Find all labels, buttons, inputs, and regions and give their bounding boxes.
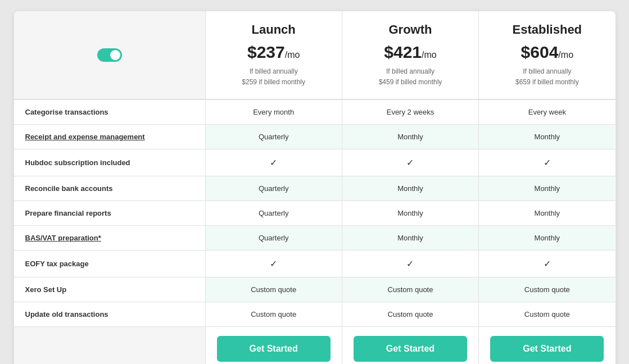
plan-name-launch: Launch	[214, 22, 333, 37]
footer-empty-cell	[14, 327, 205, 364]
feature-name-7: Xero Set Up	[14, 277, 205, 302]
feature-name-3: Reconcile bank accounts	[14, 176, 205, 201]
feature-value-6-2: ✓	[478, 251, 615, 277]
feature-value-3-1: Monthly	[342, 176, 478, 201]
checkmark-icon: ✓	[406, 258, 414, 269]
feature-value-2-1: ✓	[342, 149, 478, 176]
feature-value-5-1: Monthly	[342, 226, 478, 250]
feature-row: Hubdoc subscription included✓✓✓	[14, 149, 616, 176]
footer-btn-cell-established: Get Started	[478, 327, 615, 364]
plan-header-launch: Launch $237/mo If billed annually$259 if…	[205, 11, 342, 99]
get-started-button-established[interactable]: Get Started	[490, 336, 604, 362]
feature-row: Categorise transactionsEvery monthEvery …	[14, 99, 616, 124]
plan-billing-launch: If billed annually$259 if billed monthly	[214, 66, 333, 88]
plan-billing-established: If billed annually$659 if billed monthly	[487, 66, 607, 88]
footer-btn-cell-growth: Get Started	[342, 327, 478, 364]
feature-value-8-1: Custom quote	[342, 302, 478, 326]
feature-value-4-0: Quarterly	[205, 201, 342, 225]
feature-row: Update old transactionsCustom quoteCusto…	[14, 302, 616, 326]
plan-header-growth: Growth $421/mo If billed annually$459 if…	[342, 11, 478, 99]
features-table: Categorise transactionsEvery monthEvery …	[14, 99, 616, 326]
feature-name-4: Prepare financial reports	[14, 201, 205, 225]
feature-value-8-0: Custom quote	[205, 302, 342, 326]
feature-row: Prepare financial reportsQuarterlyMonthl…	[14, 201, 616, 225]
plan-billing-growth: If billed annually$459 if billed monthly	[351, 66, 470, 88]
feature-value-7-2: Custom quote	[478, 277, 615, 302]
feature-value-2-2: ✓	[478, 149, 615, 176]
feature-value-4-2: Monthly	[478, 201, 615, 225]
feature-value-6-1: ✓	[342, 251, 478, 277]
feature-value-1-2: Monthly	[478, 125, 615, 149]
feature-name-6: EOFY tax package	[14, 251, 205, 277]
plan-name-growth: Growth	[351, 22, 470, 37]
feature-row: BAS/VAT preparation*QuarterlyMonthlyMont…	[14, 225, 616, 250]
feature-value-5-2: Monthly	[478, 226, 615, 250]
feature-value-2-0: ✓	[205, 149, 342, 176]
feature-value-7-1: Custom quote	[342, 277, 478, 302]
feature-name-0: Categorise transactions	[14, 100, 205, 124]
feature-name-2: Hubdoc subscription included	[14, 149, 205, 176]
checkmark-icon: ✓	[544, 258, 551, 269]
footer-row: Get StartedGet StartedGet Started	[14, 326, 616, 364]
feature-name-8: Update old transactions	[14, 302, 205, 326]
checkmark-icon: ✓	[406, 157, 414, 168]
feature-row: EOFY tax package✓✓✓	[14, 250, 616, 277]
checkmark-icon: ✓	[270, 258, 277, 269]
header-row: Launch $237/mo If billed annually$259 if…	[14, 11, 616, 99]
feature-value-1-1: Monthly	[342, 125, 478, 149]
feature-value-7-0: Custom quote	[205, 277, 342, 302]
feature-value-4-1: Monthly	[342, 201, 478, 225]
feature-row: Xero Set UpCustom quoteCustom quoteCusto…	[14, 277, 616, 302]
feature-value-6-0: ✓	[205, 251, 342, 277]
feature-value-0-0: Every month	[205, 100, 342, 124]
toggle-slider	[97, 48, 122, 62]
feature-row: Reconcile bank accountsQuarterlyMonthlyM…	[14, 176, 616, 201]
feature-value-0-2: Every week	[478, 100, 615, 124]
feature-row: Receipt and expense managementQuarterlyM…	[14, 124, 616, 149]
plan-name-established: Established	[487, 22, 607, 37]
feature-value-0-1: Every 2 weeks	[342, 100, 478, 124]
feature-value-8-2: Custom quote	[478, 302, 615, 326]
plan-price-launch: $237/mo	[214, 43, 333, 62]
pricing-container: Launch $237/mo If billed annually$259 if…	[14, 11, 616, 364]
feature-value-5-0: Quarterly	[205, 226, 342, 250]
checkmark-icon: ✓	[270, 157, 277, 168]
feature-value-1-0: Quarterly	[205, 125, 342, 149]
feature-name-1: Receipt and expense management	[14, 125, 205, 149]
get-started-button-growth[interactable]: Get Started	[354, 336, 467, 362]
get-started-button-launch[interactable]: Get Started	[217, 336, 331, 362]
plan-price-established: $604/mo	[487, 43, 607, 62]
footer-btn-cell-launch: Get Started	[205, 327, 342, 364]
currency-toggle-cell	[14, 11, 205, 99]
feature-value-3-2: Monthly	[478, 176, 615, 201]
feature-name-5: BAS/VAT preparation*	[14, 226, 205, 250]
currency-toggle[interactable]	[97, 48, 122, 62]
plan-header-established: Established $604/mo If billed annually$6…	[478, 11, 615, 99]
plan-price-growth: $421/mo	[351, 43, 470, 62]
feature-value-3-0: Quarterly	[205, 176, 342, 201]
checkmark-icon: ✓	[544, 157, 551, 168]
